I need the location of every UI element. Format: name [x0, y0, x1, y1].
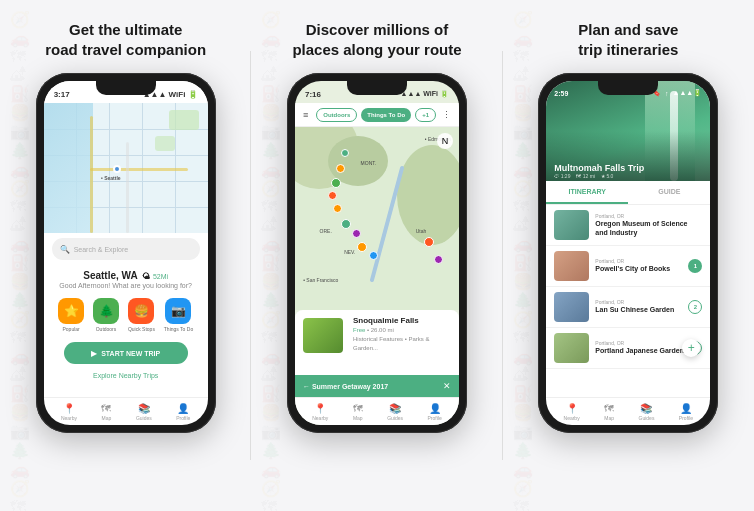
- phone2-signal: ▲▲▲ WiFi 🔋: [401, 90, 449, 98]
- phone3-screen: 2:59 🔖 ↑ ▲▲▲🔋 Multnomah Falls Trip ⏱ 1:2…: [546, 81, 710, 425]
- card-content: Snoqualmie Falls Free • 26.00 mi Histori…: [353, 316, 451, 352]
- tab3-nearby[interactable]: 📍 Nearby: [564, 403, 580, 421]
- tab3-profile[interactable]: 👤 Profile: [679, 403, 693, 421]
- label-ore: ORE.: [320, 228, 332, 234]
- phone1-category-icons: ⭐ Popular 🌲 Outdoors 🍔 Quick Stops �: [44, 292, 208, 338]
- hero-trip-title: Multnomah Falls Trip: [554, 163, 644, 173]
- popular-label: Popular: [62, 326, 79, 332]
- label-nev: NEV.: [344, 249, 355, 255]
- stat-distance: 🗺 12 mi: [576, 173, 595, 179]
- tab-nearby[interactable]: 📍 Nearby: [61, 403, 77, 421]
- more-chip[interactable]: +1: [415, 108, 436, 122]
- tab2-profile[interactable]: 👤 Profile: [428, 403, 442, 421]
- route-dot4: [328, 191, 337, 200]
- phone3-mockup: 2:59 🔖 ↑ ▲▲▲🔋 Multnomah Falls Trip ⏱ 1:2…: [538, 73, 718, 433]
- item2-info: Portland, OR Powell's City of Books: [595, 258, 702, 273]
- label-utah: Utah: [416, 228, 427, 234]
- quickstops-label: Quick Stops: [128, 326, 155, 332]
- list-item-1: Portland, OR Oregon Museum of Scienceand…: [546, 205, 710, 246]
- quickstops-icon: 🍔: [128, 298, 154, 324]
- tab3-guides[interactable]: 📚 Guides: [639, 403, 655, 421]
- tab-guide[interactable]: GUIDE: [628, 181, 710, 204]
- things-to-do-chip[interactable]: Things To Do: [361, 108, 411, 122]
- phone2-mockup: 7:16 ▲▲▲ WiFi 🔋 ≡ Outdoors Things To Do …: [287, 73, 467, 433]
- close-trip-icon[interactable]: ✕: [443, 381, 451, 391]
- thingstodo-icon: 📷: [165, 298, 191, 324]
- more-options-icon[interactable]: ⋮: [442, 110, 451, 120]
- tab3-map[interactable]: 🗺 Map: [604, 403, 614, 421]
- category-outdoors[interactable]: 🌲 Outdoors: [93, 298, 119, 332]
- phone1-map: • Seattle: [44, 103, 208, 233]
- category-things-to-do[interactable]: 📷 Things To Do: [164, 298, 193, 332]
- location-distance: 52Mi: [153, 273, 168, 280]
- route-dot10: [424, 237, 434, 247]
- route-dot11: [434, 255, 443, 264]
- compass-icon: N: [437, 133, 453, 149]
- start-new-trip-button[interactable]: ▶ START NEW TRIP: [64, 342, 188, 364]
- tab-profile[interactable]: 👤 Profile: [176, 403, 190, 421]
- trip-bottom-bar[interactable]: ← Summer Getaway 2017 ✕: [295, 375, 459, 397]
- phone2-time: 7:16: [305, 90, 321, 99]
- profile-icon: 👤: [177, 403, 189, 414]
- phone2-notch: [347, 81, 407, 95]
- phone2-tab-bar: 📍 Nearby 🗺 Map 📚 Guides 👤: [295, 397, 459, 425]
- terrain3: [397, 145, 459, 245]
- phone3-content-tabs: ITINERARY GUIDE: [546, 181, 710, 205]
- category-quick-stops[interactable]: 🍔 Quick Stops: [128, 298, 155, 332]
- category-popular[interactable]: ⭐ Popular: [58, 298, 84, 332]
- start-trip-label: START NEW TRIP: [101, 350, 160, 357]
- item2-name: Powell's City of Books: [595, 264, 702, 273]
- panel-plan-save: 🧭🚗🗺🏕⛽🍔📷🌲🚗🧭🗺🏕🚗⛽🍔🌲🧭🗺🚗🏕⛽🍔📷🌲🚗🧭🗺🏕🚗⛽🍔🌲 Plan an…: [503, 0, 754, 511]
- item1-thumbnail: [554, 210, 589, 240]
- item2-number: 1: [688, 259, 702, 273]
- route-dot5: [333, 204, 342, 213]
- outdoors-chip[interactable]: Outdoors: [316, 108, 357, 122]
- map-road1: [90, 116, 93, 233]
- map-block2: [155, 136, 175, 151]
- search-icon: 🔍: [60, 245, 70, 254]
- location-sub: Good Afternoon! What are you looking for…: [52, 282, 200, 289]
- route-dot8: [357, 242, 367, 252]
- phone1-screen: 3:17 ▲▲▲ WiFi 🔋: [44, 81, 208, 425]
- menu-icon[interactable]: ≡: [303, 110, 308, 120]
- explore-nearby-link[interactable]: Explore Nearby Trips: [44, 372, 208, 379]
- list-item-3: Portland, OR Lan Su Chinese Garden 2: [546, 287, 710, 328]
- card-image: [303, 318, 343, 353]
- map-block1: [169, 110, 199, 130]
- panel-discover-places: 🧭🚗🗺🏕⛽🍔📷🌲🚗🧭🗺🏕🚗⛽🍔🌲🧭🗺🚗🏕⛽🍔📷🌲🚗🧭🗺🏕🚗⛽🍔🌲 Discove…: [251, 0, 502, 511]
- map-road2: [90, 168, 188, 171]
- tab-map[interactable]: 🗺 Map: [101, 403, 111, 421]
- card-tags: Historical Features • Parks & Garden...: [353, 335, 451, 352]
- card-subtitle: Free • 26.00 mi: [353, 326, 451, 334]
- tab-itinerary[interactable]: ITINERARY: [546, 181, 628, 204]
- nearby-icon: 📍: [63, 403, 75, 414]
- search-placeholder: Search & Explore: [74, 246, 128, 253]
- label-sanfran: • San Francisco: [303, 277, 338, 283]
- map-seattle-label: • Seattle: [101, 175, 121, 181]
- tab2-map[interactable]: 🗺 Map: [353, 403, 363, 421]
- outdoors-icon: 🌲: [93, 298, 119, 324]
- share-icon[interactable]: ↑: [665, 90, 669, 97]
- stat-rating: ★ 5.0: [601, 173, 613, 179]
- tab2-nearby[interactable]: 📍 Nearby: [312, 403, 328, 421]
- item4-thumbnail: [554, 333, 589, 363]
- guides2-icon: 📚: [389, 403, 401, 414]
- map-water-body: [44, 103, 93, 233]
- label-mont: MONT.: [361, 160, 377, 166]
- signal-icon: ▲▲▲🔋: [673, 89, 703, 97]
- guides-icon: 📚: [138, 403, 150, 414]
- stat-time: ⏱ 1:29: [554, 173, 570, 179]
- trip-name: ← Summer Getaway 2017: [303, 383, 388, 390]
- item3-info: Portland, OR Lan Su Chinese Garden: [595, 299, 702, 314]
- route-dot1: [341, 149, 349, 157]
- item3-number: 2: [688, 300, 702, 314]
- start-icon: ▶: [91, 349, 97, 358]
- route-dot3: [331, 178, 341, 188]
- panel-road-companion: 🧭🚗🗺🏕⛽🍔📷🌲🚗🧭🗺🏕🚗⛽🍔🌲🧭🗺🚗🏕⛽🍔📷🌲🚗🧭🗺🏕🚗⛽🍔🌲 Get the…: [0, 0, 251, 511]
- map3-icon: 🗺: [604, 403, 614, 414]
- phone2-map: • Edmonton MONT. ORE. NEV. Utah • San Fr…: [295, 127, 459, 310]
- tab2-guides[interactable]: 📚 Guides: [387, 403, 403, 421]
- tab-guides[interactable]: 📚 Guides: [136, 403, 152, 421]
- phone3-tab-bar: 📍 Nearby 🗺 Map 📚 Guides 👤: [546, 397, 710, 425]
- phone1-search-bar[interactable]: 🔍 Search & Explore: [52, 238, 200, 260]
